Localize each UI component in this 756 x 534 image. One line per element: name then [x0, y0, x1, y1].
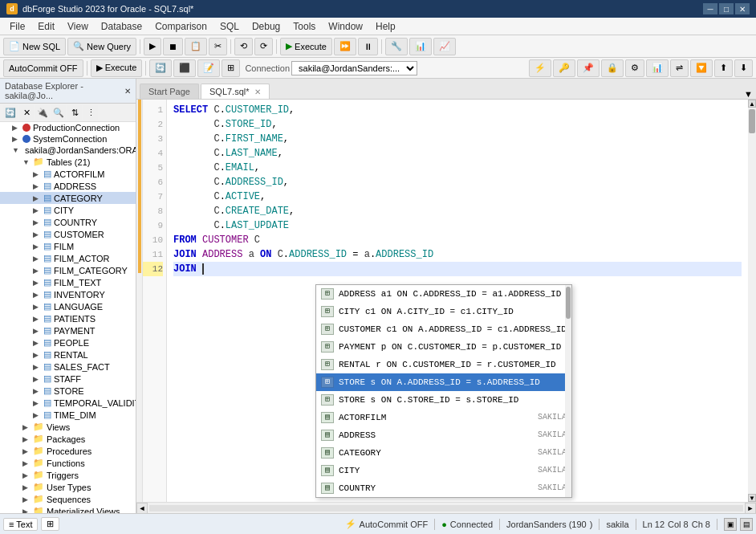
menu-database[interactable]: Database	[95, 19, 148, 34]
refresh-btn[interactable]: 🔄	[3, 105, 18, 120]
expander-procedures[interactable]: ▶	[22, 447, 30, 455]
ac-item-1[interactable]: ⊞ ADDRESS a1 ON C.ADDRESS_ID = a1.ADDRES…	[316, 285, 571, 303]
stop-btn[interactable]: ⬛	[173, 59, 196, 77]
tree-item-sakila[interactable]: ▼ sakila@JordanSanders:ORACL	[0, 145, 136, 156]
execute-btn2[interactable]: ▶ Execute	[91, 59, 143, 77]
grid-btn[interactable]: ⊞	[222, 59, 240, 77]
tree-item-store[interactable]: ▶ ▤ STORE	[0, 385, 136, 397]
tree-item-packages[interactable]: ▶ 📁 Packages	[0, 433, 136, 445]
toolbar-btn7[interactable]: ⏩	[334, 38, 356, 55]
menu-debug[interactable]: Debug	[246, 19, 287, 34]
ac-item-5[interactable]: ⊞ RENTAL r ON C.CUSTOMER_ID = r.CUSTOMER…	[316, 356, 571, 373]
expander-tables[interactable]: ▼	[22, 158, 30, 166]
layout-btn-2[interactable]: ▤	[740, 518, 753, 531]
tree-item-temporal[interactable]: ▶ ▤ TEMPORAL_VALIDITY...	[0, 397, 136, 409]
expander-sequences[interactable]: ▶	[22, 495, 30, 503]
expander-matviews[interactable]: ▶	[22, 508, 30, 514]
toolbar2-btn4[interactable]: 🔒	[601, 59, 624, 77]
tab-sql7[interactable]: SQL7.sql* ✕	[201, 84, 270, 99]
tree-item-country[interactable]: ▶ ▤ COUNTRY	[0, 216, 136, 228]
toolbar2-btn2[interactable]: 🔑	[553, 59, 575, 77]
toolbar2-btn1[interactable]: ⚡	[529, 59, 551, 77]
expander-production[interactable]: ▶	[12, 124, 20, 132]
tree-item-matviews[interactable]: ▶ 📁 Materialized Views	[0, 505, 136, 513]
expander-rental[interactable]: ▶	[33, 351, 41, 359]
tree-item-patients[interactable]: ▶ ▤ PATIENTS	[0, 312, 136, 324]
tree-item-usertypes[interactable]: ▶ 📁 User Types	[0, 481, 136, 493]
expander-address[interactable]: ▶	[33, 182, 41, 190]
ac-item-12[interactable]: ▤ COUNTRY SAKILA	[316, 479, 571, 497]
tree-item-filmactor[interactable]: ▶ ▤ FILM_ACTOR	[0, 252, 136, 264]
menu-sql[interactable]: SQL	[213, 19, 246, 34]
expander-filmactor[interactable]: ▶	[33, 255, 41, 263]
toolbar2-btn6[interactable]: 📊	[646, 59, 669, 77]
autocomplete-dropdown[interactable]: ⊞ ADDRESS a1 ON C.ADDRESS_ID = a1.ADDRES…	[315, 284, 572, 498]
refresh-btn[interactable]: 🔄	[149, 59, 172, 77]
toolbar2-btn8[interactable]: 🔽	[690, 59, 713, 77]
scroll-thumb[interactable]	[749, 109, 755, 133]
menu-help[interactable]: Help	[369, 19, 402, 34]
scroll-left-btn[interactable]: ◄	[136, 503, 148, 514]
toolbar-btn10[interactable]: 📊	[409, 38, 432, 55]
tree-item-filmtext[interactable]: ▶ ▤ FILM_TEXT	[0, 276, 136, 288]
toolbar2-btn7[interactable]: ⇌	[670, 59, 689, 77]
expander-packages[interactable]: ▶	[22, 435, 30, 443]
new-connection-btn[interactable]: 🔌	[35, 105, 50, 120]
tree-item-procedures[interactable]: ▶ 📁 Procedures	[0, 445, 136, 457]
ac-item-9[interactable]: ▤ ADDRESS SAKILA	[316, 426, 571, 444]
tree-item-sequences[interactable]: ▶ 📁 Sequences	[0, 493, 136, 505]
menu-file[interactable]: File	[3, 19, 31, 34]
tree-item-customer[interactable]: ▶ ▤ CUSTOMER	[0, 228, 136, 240]
tree-item-views[interactable]: ▶ 📁 Views	[0, 421, 136, 433]
scroll-down-arrow[interactable]: ▼	[748, 494, 756, 502]
tree-item-inventory[interactable]: ▶ ▤ INVENTORY	[0, 288, 136, 300]
tree-item-production[interactable]: ▶ ProductionConnection	[0, 122, 136, 133]
execute-button[interactable]: ▶ Execute	[280, 38, 332, 55]
tab-sql7-close[interactable]: ✕	[254, 88, 261, 96]
remove-btn[interactable]: ✕	[19, 105, 34, 120]
expander-inventory[interactable]: ▶	[33, 291, 41, 299]
toolbar2-btn10[interactable]: ⬇	[734, 59, 753, 77]
expander-views[interactable]: ▶	[22, 423, 30, 431]
code-editor[interactable]: SELECT C.CUSTOMER_ID, C.STORE_ID, C.FIRS…	[167, 100, 748, 502]
ac-item-3[interactable]: ⊞ CUSTOMER c1 ON A.ADDRESS_ID = c1.ADDRE…	[316, 320, 571, 338]
tab-start-page[interactable]: Start Page	[140, 84, 199, 99]
tree-item-timedim[interactable]: ▶ ▤ TIME_DIM	[0, 409, 136, 421]
tree-item-payment[interactable]: ▶ ▤ PAYMENT	[0, 324, 136, 336]
expander-category[interactable]: ▶	[33, 194, 41, 202]
toolbar2-btn3[interactable]: 📌	[577, 59, 600, 77]
tree-item-salesfact[interactable]: ▶ ▤ SALES_FACT	[0, 361, 136, 373]
tree-item-film[interactable]: ▶ ▤ FILM	[0, 240, 136, 252]
tree-item-triggers[interactable]: ▶ 📁 Triggers	[0, 469, 136, 481]
expander-staff[interactable]: ▶	[33, 375, 41, 383]
ac-item-2[interactable]: ⊞ CITY c1 ON A.CITY_ID = c1.CITY_ID	[316, 303, 571, 320]
expander-usertypes[interactable]: ▶	[22, 483, 30, 491]
scroll-right-btn[interactable]: ►	[745, 503, 756, 514]
close-button[interactable]: ✕	[735, 3, 750, 14]
expander-timedim[interactable]: ▶	[33, 411, 41, 419]
toolbar-btn9[interactable]: 🔧	[385, 38, 408, 55]
toolbar-btn8[interactable]: ⏸	[358, 38, 378, 55]
ac-item-8[interactable]: ▤ ACTORFILM SAKILA	[316, 409, 571, 426]
sort-btn[interactable]: ⇅	[67, 105, 82, 120]
ac-item-4[interactable]: ⊞ PAYMENT p ON C.CUSTOMER_ID = p.CUSTOME…	[316, 338, 571, 356]
tree-item-category[interactable]: ▶ ▤ CATEGORY	[0, 192, 136, 204]
format-btn[interactable]: 📝	[197, 59, 220, 77]
toolbar-btn1[interactable]: ▶	[144, 38, 161, 55]
tree-item-staff[interactable]: ▶ ▤ STAFF	[0, 373, 136, 385]
tree-item-system[interactable]: ▶ SystemConnection	[0, 133, 136, 145]
toolbar-btn6[interactable]: ⟳	[254, 38, 273, 55]
expander-sakila[interactable]: ▼	[12, 146, 20, 154]
ac-item-7[interactable]: ⊞ STORE s ON C.STORE_ID = s.STORE_ID	[316, 391, 571, 409]
menu-window[interactable]: Window	[322, 19, 369, 34]
grid-view-btn[interactable]: ⊞	[41, 517, 59, 531]
menu-edit[interactable]: Edit	[31, 19, 61, 34]
tab-dropdown-btn[interactable]: ▼	[744, 89, 753, 99]
toolbar2-btn5[interactable]: ⚙	[625, 59, 644, 77]
new-query-button[interactable]: 🔍 New Query	[67, 38, 136, 55]
expander-country[interactable]: ▶	[33, 218, 41, 226]
expander-functions[interactable]: ▶	[22, 459, 30, 467]
tree-item-language[interactable]: ▶ ▤ LANGUAGE	[0, 300, 136, 312]
tree-item-city[interactable]: ▶ ▤ CITY	[0, 204, 136, 216]
filter-btn[interactable]: 🔍	[51, 105, 66, 120]
